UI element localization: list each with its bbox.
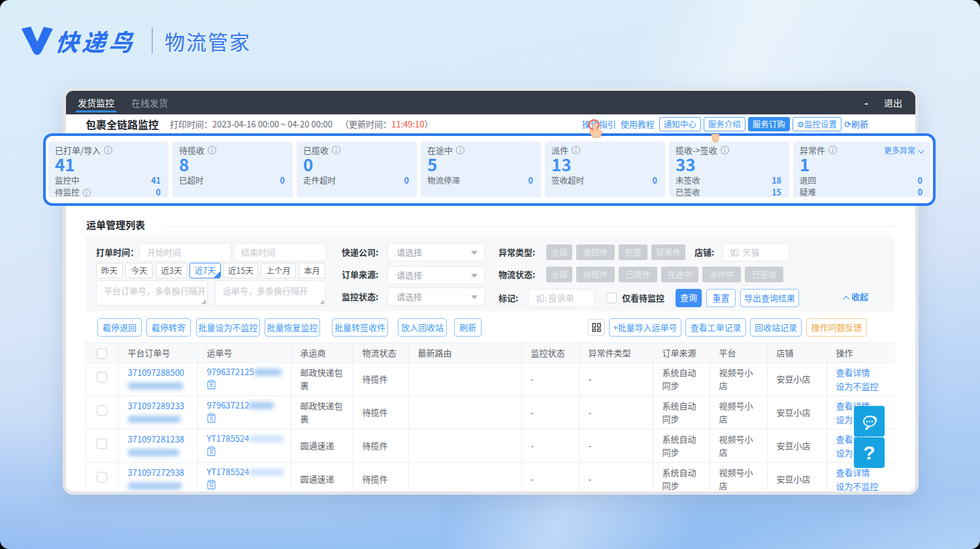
列设置[interactable] [588, 319, 605, 336]
全选[interactable] [97, 348, 107, 359]
导出查询结果[interactable]: 导出查询结果 [740, 289, 799, 307]
快递公司选择[interactable]: 请选择 [387, 243, 485, 261]
帮助[interactable]: ? [854, 437, 885, 468]
结束时间[interactable]: 结束时间 [233, 243, 327, 261]
运单行2: 371097289233 979637212 邮政快递包裹 待揽件 - - 系统… [86, 395, 895, 429]
标记输入[interactable]: 如: 投诉单 [528, 289, 595, 307]
开始时间[interactable]: 开始时间 [139, 243, 231, 261]
查询[interactable]: 查询 [676, 289, 702, 307]
揽收签收卡片: 揽收->签收i 33 未签收18 已签收15 [669, 142, 789, 197]
在途中筛选[interactable]: 在途中 [661, 267, 698, 282]
刷新列表[interactable]: 刷新 [454, 318, 482, 337]
选择行1[interactable] [97, 372, 107, 382]
异常件卡片: 异常件i更多异常 1 退回0 疑难0 [793, 142, 930, 197]
选择行2[interactable] [97, 405, 107, 416]
物流管家包裹监控页: 快递鸟 物流管家 发货监控 在线发货 - 退出 包裹全链路监控 打印时间：202… [0, 0, 980, 549]
更多异常[interactable]: 更多异常 [884, 145, 923, 155]
批量恢复监控[interactable]: 批量恢复监控 [265, 318, 320, 337]
运单管理列表标题: 运单管理列表 [86, 218, 145, 231]
批量转签收件[interactable]: 批量转签收件 [332, 318, 388, 337]
通知中心[interactable]: 通知中心 [659, 117, 701, 131]
运单行3: 371097281238 YT1785524 圆通速递 待揽件 - - 系统自动… [86, 429, 895, 462]
全部状态[interactable]: 全部 [546, 267, 572, 282]
批量导入运单号[interactable]: +批量导入运单号 [609, 318, 681, 337]
设为不监控1[interactable]: 设为不监控 [836, 379, 888, 393]
订单来源选择[interactable]: 请选择 [387, 266, 485, 284]
已揽收卡片: 已揽收i 0 走件超时0 [297, 142, 417, 197]
运单行4: 371097272938 YT1785524 圆通速递 待揽件 - - 系统自动… [86, 462, 895, 491]
截停退回[interactable]: 截停退回 [97, 318, 142, 337]
已签收筛选[interactable]: 已签收 [745, 267, 783, 282]
批量设为不监控[interactable]: 批量设为不监控 [196, 318, 260, 337]
平台订单号输入[interactable]: 平台订单号，多条换行隔开 [96, 280, 208, 306]
在线客服[interactable] [854, 406, 885, 437]
筛选区域: 打单时间： 开始时间 结束时间 快递公司: 请选择 异常类型: 全部 退回件 拒… [86, 235, 894, 311]
顶部品牌区: 快递鸟 物流管家 [20, 25, 251, 56]
logo图标 [20, 25, 54, 56]
侧边悬浮按钮: ? [854, 406, 885, 469]
已打单导入卡片: 已打单/导入i 41 监控中41 待监控i0 [48, 142, 169, 197]
近3天[interactable]: 近3天 [156, 263, 187, 278]
派件中筛选[interactable]: 派件中 [702, 267, 741, 282]
运单列表表格: 平台订单号运单号承运商物流状态最新路由 监控状态异常件类型订单来源平台店铺操作 … [86, 342, 894, 491]
发货监控标签[interactable]: 发货监控 [78, 91, 114, 114]
运单行1: 371097288500 9796372125 邮政快递包裹 待揽件 - - 系… [86, 362, 895, 395]
仅看待监控勾选[interactable] [606, 293, 617, 303]
设为不监控4[interactable]: 设为不监控 [836, 479, 888, 492]
本月[interactable]: 本月 [299, 263, 325, 278]
最小化[interactable]: - [864, 95, 868, 110]
退出[interactable]: 退出 [884, 96, 902, 109]
产品名: 物流管家 [165, 26, 251, 56]
店铺输入[interactable]: 如: 天猫 [722, 243, 790, 261]
重置[interactable]: 重置 [706, 289, 736, 307]
在途中卡片: 在途中i 5 物流停滞0 [421, 142, 541, 197]
在线发货标签[interactable]: 在线发货 [131, 91, 168, 114]
待揽件筛选[interactable]: 待揽件 [576, 267, 615, 282]
已揽件筛选[interactable]: 已揽件 [619, 267, 657, 282]
近15天[interactable]: 近15天 [223, 263, 258, 278]
操作问题反馈[interactable]: 操作问题反馈 [806, 318, 867, 337]
查看详情1[interactable]: 查看详情 [836, 365, 888, 379]
上个月[interactable]: 上个月 [261, 263, 296, 278]
使用教程[interactable]: 使用教程 [621, 118, 655, 130]
近7天[interactable]: 近7天 [189, 263, 221, 278]
包裹监控统计卡片区: 已打单/导入i 41 监控中41 待监控i0 待揽收i 8 已超时0 已揽收i … [43, 133, 936, 206]
监控设置[interactable]: ⚙监控设置 [792, 117, 841, 131]
品牌名: 快递鸟 [54, 24, 137, 58]
待揽收卡片: 待揽收i 8 已超时0 [172, 142, 293, 197]
退回件[interactable]: 退回件 [576, 244, 615, 260]
派件卡片: 派件i 13 签收超时0 [545, 142, 665, 197]
收起[interactable]: 收起 [843, 290, 868, 303]
窗口标题栏: 发货监控 在线发货 - 退出 [66, 91, 915, 114]
选择行4[interactable] [97, 472, 107, 482]
疑难件[interactable]: 疑难件 [651, 244, 685, 260]
回收站记录[interactable]: 回收站记录 [750, 318, 802, 337]
页面工具栏: 包裹全链路监控 打印时间：2023-04-16 00:00 ~ 04-20 00… [66, 114, 915, 133]
拒签[interactable]: 拒签 [619, 244, 647, 260]
截停转寄[interactable]: 截停转寄 [146, 318, 191, 337]
今天[interactable]: 今天 [125, 263, 153, 278]
全部异常[interactable]: 全部 [546, 244, 572, 260]
运单号输入[interactable]: 运单号，多条换行隔开 [215, 280, 326, 306]
监控状态选择[interactable]: 请选择 [387, 288, 485, 306]
放入回收站[interactable]: 放入回收站 [398, 318, 447, 337]
服务介绍[interactable]: 服务介绍 [704, 117, 745, 131]
服务订购[interactable]: 服务订购 [748, 117, 790, 131]
指引光标 [585, 119, 608, 142]
查看工单记录[interactable]: 查看工单记录 [685, 318, 746, 337]
刷新[interactable]: ⟳刷新 [844, 118, 868, 130]
选择行3[interactable] [97, 439, 107, 449]
指引光标2 [708, 134, 723, 153]
昨天[interactable]: 昨天 [96, 263, 123, 278]
